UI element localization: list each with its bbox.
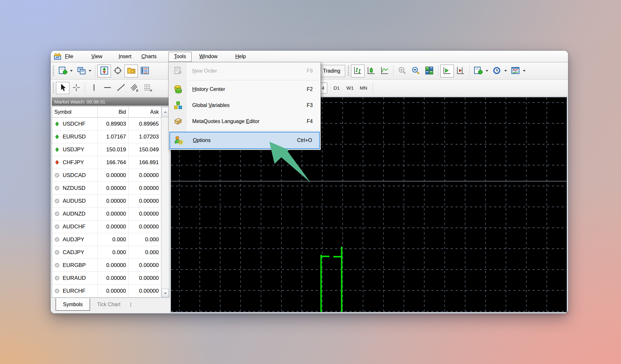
crosshair-button[interactable]: [69, 82, 83, 94]
symbol-name: AUDCHF: [63, 224, 86, 230]
indicators-button[interactable]: [509, 65, 522, 77]
timeframe-w1[interactable]: W1: [344, 83, 356, 93]
menu-item-options[interactable]: OptionsCtrl+O: [169, 132, 320, 149]
menu-shortcut: F2: [307, 86, 320, 92]
terminal-button[interactable]: [138, 65, 151, 77]
bid-cell: 0.89903: [98, 118, 129, 130]
menu-file[interactable]: File: [62, 52, 76, 61]
table-row[interactable]: USDCHF0.899030.89965: [52, 118, 161, 130]
symbol-cell: CADJPY: [52, 246, 98, 259]
metatrader-window: FileViewInsertChartsToolsWindowHelp Trad…: [50, 50, 568, 314]
cursor-button[interactable]: [56, 82, 69, 94]
menu-item-global-variables[interactable]: Global VariablesF3: [169, 97, 320, 113]
line-chart-button[interactable]: [378, 65, 392, 77]
ask-cell: 0.000: [129, 246, 161, 259]
periods-button[interactable]: [490, 65, 504, 77]
dropdown-arrow-icon[interactable]: [69, 65, 75, 77]
equidistant-channel-button[interactable]: E: [128, 82, 141, 94]
tile-windows-button[interactable]: [423, 65, 436, 77]
table-row[interactable]: AUDUSD0.000000.00000: [52, 195, 161, 208]
market-watch-titlebar[interactable]: Market Watch: 00:38:31: [52, 97, 169, 106]
table-row[interactable]: CADJPY0.0000.000: [52, 246, 161, 259]
market-watch-button[interactable]: [97, 65, 111, 77]
auto-scroll-button[interactable]: [440, 65, 454, 77]
dropdown-arrow-glyph: [89, 70, 91, 72]
ask-cell: 0.00000: [129, 285, 161, 297]
column-header-bid[interactable]: Bid: [98, 107, 129, 117]
navigator-button[interactable]: [124, 65, 138, 77]
market-watch-scrollbar[interactable]: [161, 107, 169, 297]
zoom-out-icon: [411, 66, 420, 76]
tab-tick-chart[interactable]: Tick Chart: [90, 298, 127, 311]
trendline-button[interactable]: [114, 82, 128, 94]
timeframe-mn[interactable]: MN: [357, 83, 370, 93]
ask-cell: 0.00000: [129, 259, 161, 271]
line-chart-icon: [380, 66, 389, 76]
zoom-out-button[interactable]: [409, 65, 423, 77]
toolbar-grip[interactable]: [53, 66, 54, 76]
bid-cell: 0.00000: [98, 220, 129, 233]
dropdown-arrow-icon[interactable]: [485, 65, 490, 77]
table-row[interactable]: EURUSD1.071671.07203: [52, 130, 161, 143]
symbol-name: CADJPY: [63, 249, 84, 256]
no-quote-icon: [54, 198, 60, 204]
no-quote-icon: [54, 288, 60, 294]
tab-symbols[interactable]: Symbols: [56, 298, 90, 311]
menu-item-metaquotes-language-editor[interactable]: MetaQuotes Language EditorF4: [169, 113, 320, 129]
symbol-name: EURGBP: [63, 262, 86, 269]
data-window-button[interactable]: [111, 65, 124, 77]
chart-shift-button[interactable]: [454, 65, 467, 77]
dropdown-arrow-icon[interactable]: [504, 65, 509, 77]
toolbar-grip[interactable]: [348, 66, 349, 76]
tools-menu: New OrderF9History CenterF2Global Variab…: [168, 62, 321, 150]
candlestick-button[interactable]: [364, 65, 378, 77]
menu-view[interactable]: View: [89, 52, 105, 61]
menu-charts[interactable]: Charts: [139, 52, 159, 61]
menu-help[interactable]: Help: [233, 52, 248, 61]
table-row[interactable]: EURAUD0.000000.00000: [52, 272, 161, 285]
new-chart-button[interactable]: [472, 65, 485, 77]
new-chart-button[interactable]: [56, 65, 69, 77]
scrollbar-track[interactable]: [161, 118, 169, 289]
table-row[interactable]: USDCAD0.000000.00000: [52, 169, 161, 182]
market-watch-panel: Market Watch: 00:38:31 SymbolBidAsk USDC…: [51, 96, 170, 313]
standard-toolbar-right: Trading: [314, 62, 527, 79]
vertical-line-button[interactable]: [87, 82, 101, 94]
bid-cell: 0.00000: [98, 259, 129, 271]
toolbar-grip[interactable]: [53, 83, 54, 93]
table-row[interactable]: EURGBP0.000000.00000: [52, 259, 161, 272]
table-row[interactable]: AUDNZD0.000000.00000: [52, 208, 161, 220]
table-row[interactable]: EURCHF0.000000.00000: [52, 285, 161, 297]
profiles-button[interactable]: [75, 65, 88, 77]
navigator-icon: [127, 66, 136, 76]
column-header-ask[interactable]: Ask: [129, 107, 161, 117]
dropdown-arrow-glyph: [486, 70, 488, 72]
ask-cell: 0.00000: [129, 182, 161, 194]
menu-item-history-center[interactable]: History CenterF2: [169, 81, 320, 97]
dropdown-arrow-icon[interactable]: [88, 65, 93, 77]
menu-insert[interactable]: Insert: [116, 52, 134, 61]
symbol-cell: NZDUSD: [52, 182, 98, 194]
menu-window[interactable]: Window: [197, 52, 220, 61]
zoom-in-button: [396, 65, 409, 77]
table-row[interactable]: AUDJPY0.0000.000: [52, 233, 161, 246]
horizontal-line-button[interactable]: [101, 82, 114, 94]
scroll-down-button[interactable]: [162, 289, 169, 297]
column-header-symbol[interactable]: Symbol: [52, 107, 98, 117]
zoom-in-icon: [398, 66, 407, 76]
new-chart-icon: [473, 66, 483, 76]
fibonacci-button[interactable]: F: [141, 82, 155, 94]
menu-tools[interactable]: Tools: [168, 52, 192, 62]
tools-menu-items: New OrderF9History CenterF2Global Variab…: [169, 63, 320, 149]
table-rows: USDCHF0.899030.89965EURUSD1.071671.07203…: [52, 118, 161, 297]
table-row[interactable]: CHFJPY166.764166.891: [52, 156, 161, 169]
scroll-up-button[interactable]: [162, 107, 169, 117]
ask-cell: 0.89965: [129, 118, 161, 130]
table-row[interactable]: USDJPY150.019150.049: [52, 143, 161, 156]
table-row[interactable]: AUDCHF0.000000.00000: [52, 220, 161, 233]
ask-cell: 1.07203: [129, 130, 161, 143]
table-row[interactable]: NZDUSD0.000000.00000: [52, 182, 161, 195]
timeframe-d1[interactable]: D1: [330, 83, 343, 93]
bar-chart-button[interactable]: [351, 65, 364, 77]
dropdown-arrow-icon[interactable]: [522, 65, 527, 77]
